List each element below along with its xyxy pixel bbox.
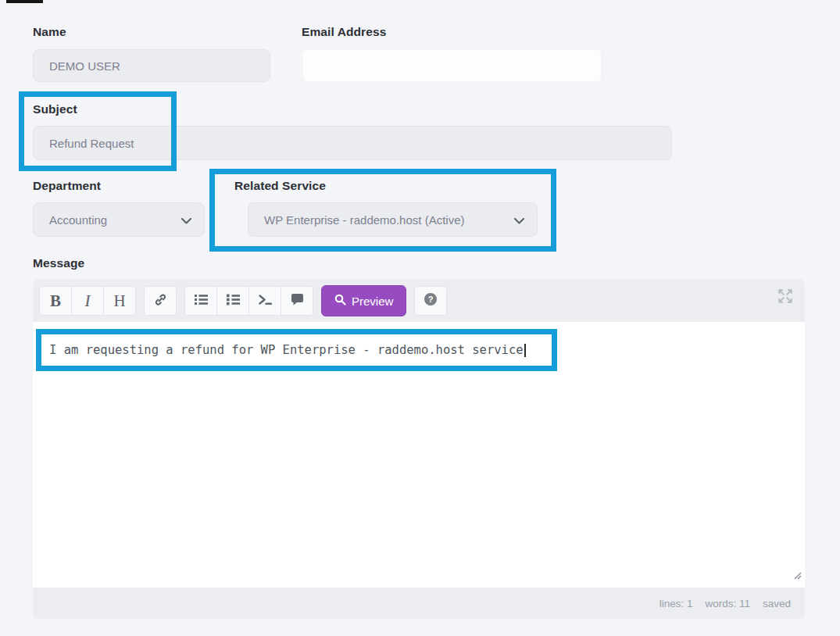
comment-button[interactable] [281,286,313,316]
subject-input-value: Refund Request [49,137,134,150]
editor-toolbar: B I H [33,280,805,322]
heading-icon: H [113,291,125,311]
resize-grip-icon[interactable] [792,569,802,585]
markdown-editor: B I H [33,280,805,619]
name-input-value: DEMO USER [49,59,120,73]
ordered-list-button[interactable] [216,286,249,316]
heading-button[interactable]: H [103,286,136,316]
status-lines: lines: 1 [659,598,693,609]
cropped-ui-fragment [6,0,43,3]
text-caret [524,344,526,357]
message-label: Message [33,256,84,270]
related-service-select[interactable]: WP Enterprise - raddemo.host (Active) [248,202,538,237]
help-button[interactable]: ? [414,286,447,316]
related-service-label: Related Service [234,179,326,193]
related-service-select-value: WP Enterprise - raddemo.host (Active) [264,213,464,227]
name-label: Name [33,25,66,39]
name-input[interactable]: DEMO USER [33,49,270,82]
status-words: words: 11 [705,598,750,609]
italic-button[interactable]: I [71,286,104,316]
chevron-down-icon [514,213,524,227]
email-input[interactable] [302,49,602,82]
chevron-down-icon [181,213,191,227]
fullscreen-expand-icon[interactable] [777,288,794,308]
subject-input[interactable]: Refund Request [33,126,672,160]
link-icon [154,293,167,309]
department-select-value: Accounting [49,213,107,227]
list-ul-icon [195,294,208,309]
bold-icon: B [50,291,61,311]
subject-label: Subject [33,102,77,116]
italic-icon: I [85,291,91,311]
bold-button[interactable]: B [39,286,72,316]
status-saved: saved [763,598,791,609]
preview-button-label: Preview [352,295,393,308]
preview-button[interactable]: Preview [321,285,406,316]
svg-text:?: ? [428,295,434,304]
message-textarea[interactable]: I am requesting a refund for WP Enterpri… [33,322,805,588]
link-button[interactable] [144,286,177,316]
unordered-list-button[interactable] [184,286,217,316]
email-label: Email Address [302,25,386,39]
department-label: Department [33,179,101,193]
editor-statusbar: lines: 1 words: 11 saved [33,588,805,619]
terminal-button[interactable] [248,286,281,316]
terminal-icon [259,294,272,309]
question-circle-icon: ? [424,292,438,309]
list-ol-icon [227,294,240,309]
comment-icon [291,293,304,309]
department-select[interactable]: Accounting [33,202,205,237]
message-text: I am requesting a refund for WP Enterpri… [49,343,524,357]
magnifier-icon [334,294,346,308]
